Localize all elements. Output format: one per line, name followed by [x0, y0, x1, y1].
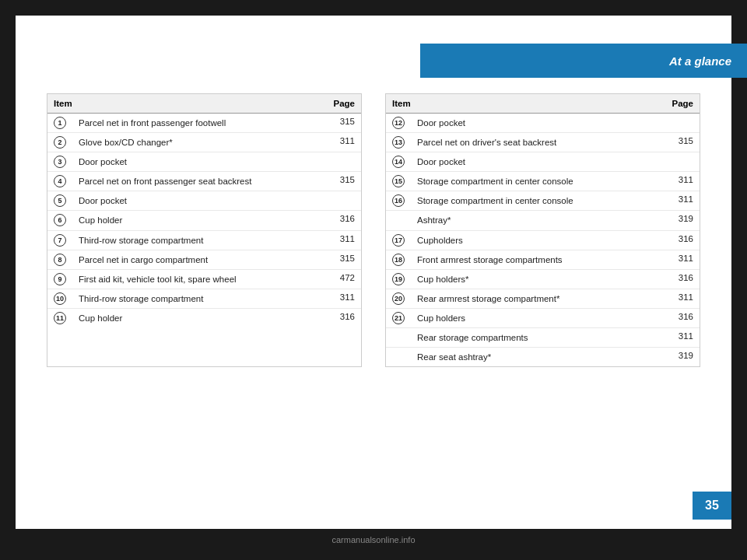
table-row: 12Door pocket	[386, 114, 700, 133]
row-number: 5	[47, 191, 72, 211]
row-page: 315	[328, 172, 362, 191]
row-number: 7	[47, 230, 72, 250]
table-row: 9First aid kit, vehicle tool kit, spare …	[47, 269, 361, 289]
row-page	[328, 152, 362, 172]
content-area: Item Page 1Parcel net in front passenger…	[47, 93, 700, 367]
row-page: 319	[666, 348, 700, 367]
row-number: 9	[47, 269, 72, 289]
row-number: 3	[47, 152, 72, 172]
row-number: 15	[386, 172, 411, 191]
row-page: 311	[666, 250, 700, 269]
row-item: Rear storage compartments	[411, 328, 666, 348]
row-number: 4	[47, 172, 72, 191]
row-number	[386, 328, 411, 348]
row-item: Cupholders	[411, 230, 666, 250]
row-item: Parcel net in front passenger footwell	[72, 114, 328, 133]
table-row: 19Cup holders*316	[386, 269, 700, 289]
row-item: Glove box/CD changer*	[72, 133, 328, 152]
row-item: Storage compartment in center console	[411, 172, 666, 191]
row-number: 13	[386, 133, 411, 152]
right-col-page: Page	[666, 94, 700, 114]
page-number: 35	[705, 499, 719, 513]
row-number: 18	[386, 250, 411, 269]
table-row: 8Parcel net in cargo compartment315	[47, 250, 361, 269]
row-number: 12	[386, 114, 411, 133]
table-row: 3Door pocket	[47, 152, 361, 172]
left-col-item: Item	[47, 94, 328, 114]
row-item: Rear seat ashtray*	[411, 348, 666, 367]
table-row: 13Parcel net on driver's seat backrest31…	[386, 133, 700, 152]
table-row: 11Cup holder316	[47, 308, 361, 327]
right-table: Item Page 12Door pocket13Parcel net on d…	[385, 93, 700, 367]
table-row: Rear storage compartments311	[386, 328, 700, 348]
row-number: 16	[386, 191, 411, 211]
row-number: 1	[47, 114, 72, 133]
table-row: 15Storage compartment in center console3…	[386, 172, 700, 191]
page-number-box: 35	[693, 492, 731, 520]
row-item: Third-row storage compartment	[72, 289, 328, 308]
table-row: 1Parcel net in front passenger footwell3…	[47, 114, 361, 133]
row-item: Door pocket	[411, 114, 666, 133]
row-page: 311	[328, 133, 362, 152]
row-page: 315	[328, 114, 362, 133]
row-number: 14	[386, 152, 411, 172]
row-number: 17	[386, 230, 411, 250]
row-page: 316	[328, 211, 362, 230]
right-col-item: Item	[386, 94, 666, 114]
table-row: 17Cupholders316	[386, 230, 700, 250]
row-item: Storage compartment in center console	[411, 191, 666, 211]
row-number	[386, 211, 411, 230]
left-table: Item Page 1Parcel net in front passenger…	[47, 93, 362, 367]
row-item: Cup holders	[411, 308, 666, 327]
table-row: 10Third-row storage compartment311	[47, 289, 361, 308]
left-col-page: Page	[328, 94, 362, 114]
table-row: 16Storage compartment in center console3…	[386, 191, 700, 211]
table-row: 21Cup holders316	[386, 308, 700, 327]
header-title: At a glance	[669, 54, 731, 68]
row-number: 6	[47, 211, 72, 230]
row-page: 316	[666, 269, 700, 289]
table-row: 20Rear armrest storage compartment*311	[386, 289, 700, 308]
row-page	[328, 191, 362, 211]
row-page	[666, 152, 700, 172]
row-item: Parcel net in cargo compartment	[72, 250, 328, 269]
watermark: carmanualsonline.info	[331, 535, 415, 544]
row-item: Door pocket	[411, 152, 666, 172]
table-row: 7Third-row storage compartment311	[47, 230, 361, 250]
row-number: 21	[386, 308, 411, 327]
table-row: 6Cup holder316	[47, 211, 361, 230]
table-row: Ashtray*319	[386, 211, 700, 230]
row-item: Cup holder	[72, 211, 328, 230]
row-page	[666, 114, 700, 133]
row-page: 472	[328, 269, 362, 289]
row-page: 315	[666, 133, 700, 152]
row-page: 311	[666, 172, 700, 191]
row-number	[386, 348, 411, 367]
row-item: Door pocket	[72, 152, 328, 172]
table-row: 2Glove box/CD changer*311	[47, 133, 361, 152]
row-item: Parcel net on front passenger seat backr…	[72, 172, 328, 191]
row-number: 19	[386, 269, 411, 289]
row-page: 316	[666, 308, 700, 327]
row-page: 311	[666, 191, 700, 211]
row-number: 11	[47, 308, 72, 327]
table-row: 14Door pocket	[386, 152, 700, 172]
row-page: 311	[328, 289, 362, 308]
row-page: 316	[666, 230, 700, 250]
row-item: Front armrest storage compartments	[411, 250, 666, 269]
row-page: 319	[666, 211, 700, 230]
row-item: Cup holders*	[411, 269, 666, 289]
row-number: 2	[47, 133, 72, 152]
row-number: 10	[47, 289, 72, 308]
row-page: 315	[328, 250, 362, 269]
row-number: 8	[47, 250, 72, 269]
row-item: First aid kit, vehicle tool kit, spare w…	[72, 269, 328, 289]
row-page: 311	[666, 328, 700, 348]
row-page: 311	[328, 230, 362, 250]
row-item: Cup holder	[72, 308, 328, 327]
row-page: 311	[666, 289, 700, 308]
row-item: Ashtray*	[411, 211, 666, 230]
row-item: Rear armrest storage compartment*	[411, 289, 666, 308]
row-number: 20	[386, 289, 411, 308]
header-bar: At a glance	[420, 44, 747, 78]
